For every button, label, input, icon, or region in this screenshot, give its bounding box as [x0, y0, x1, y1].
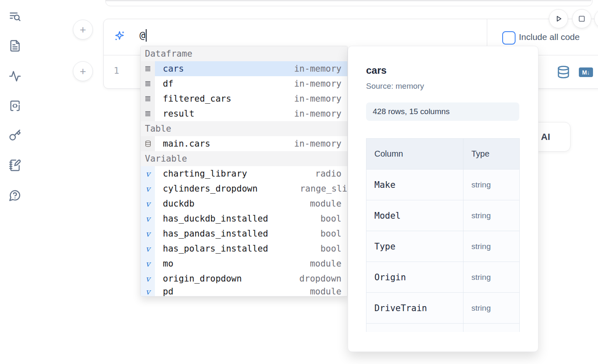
- item-name: filtered_cars: [155, 94, 231, 104]
- list-search-icon[interactable]: [9, 10, 21, 23]
- item-type: bool: [320, 229, 347, 239]
- item-type: in-memory: [294, 64, 347, 74]
- item-name: origin_dropdown: [155, 274, 242, 284]
- item-name: has_pandas_installed: [155, 229, 268, 239]
- completion-item-filtered-cars[interactable]: filtered_cars in-memory: [141, 91, 347, 106]
- rows-columns-badge: 428 rows, 15 columns: [366, 102, 519, 121]
- completion-item-result[interactable]: result in-memory: [141, 106, 347, 121]
- dataframe-icon: [141, 91, 155, 106]
- item-type: in-memory: [294, 94, 347, 104]
- item-name: has_polars_installed: [155, 244, 268, 254]
- item-name: df: [155, 79, 173, 89]
- stop-button[interactable]: [572, 9, 591, 28]
- variable-icon: v: [141, 256, 155, 271]
- type-header: Type: [463, 139, 520, 170]
- completion-item-duckdb[interactable]: v duckdb module: [141, 196, 347, 211]
- completion-item-cars[interactable]: cars in-memory: [141, 61, 347, 76]
- item-type: in-memory: [294, 79, 347, 89]
- column-name: [366, 324, 463, 332]
- variable-icon: v: [141, 271, 155, 286]
- markdown-icon[interactable]: M↓: [579, 67, 593, 77]
- activity-icon[interactable]: [9, 70, 21, 82]
- schema-row: Model string: [366, 200, 520, 231]
- completion-item-pd[interactable]: v pd module: [141, 286, 347, 297]
- item-type: bool: [320, 214, 347, 224]
- completion-item-has-duckdb-installed[interactable]: v has_duckdb_installed bool: [141, 211, 347, 226]
- add-cell-below-button[interactable]: +: [73, 61, 93, 81]
- completion-dropdown: Dataframe cars in-memory df in-memory: [140, 46, 348, 297]
- section-header-variable: Variable: [141, 151, 347, 166]
- variable-icon: v: [141, 196, 155, 211]
- dataframe-icon: [141, 76, 155, 91]
- column-name: Make: [366, 170, 463, 200]
- item-type: dropdown: [299, 274, 347, 284]
- include-all-code-label: Include all code: [519, 32, 580, 42]
- line-number: 1: [114, 65, 119, 76]
- schema-row: Make string: [366, 170, 520, 200]
- app: + + @ Include all code 1 M↓: [0, 0, 598, 364]
- column-name: Origin: [366, 262, 463, 293]
- column-header: Column: [366, 139, 463, 170]
- item-type: module: [310, 259, 347, 269]
- ai-prompt-input[interactable]: @: [140, 29, 147, 42]
- item-type: radio: [315, 169, 347, 179]
- variable-icon: v: [141, 286, 155, 297]
- schema-header-row: Column Type: [366, 139, 520, 170]
- schema-row-clipped: [366, 324, 520, 332]
- completion-item-has-polars-installed[interactable]: v has_polars_installed bool: [141, 241, 347, 256]
- popup-title: cars: [366, 65, 538, 76]
- schema-table: Column Type Make string Model string Typ…: [366, 138, 520, 332]
- variable-icon: v: [141, 166, 155, 181]
- column-name: DriveTrain: [366, 293, 463, 324]
- schema-row: Type string: [366, 231, 520, 262]
- text-cursor: [146, 29, 147, 42]
- dataframe-icon: [141, 61, 155, 76]
- column-type: [463, 324, 520, 332]
- completion-item-origin-dropdown[interactable]: v origin_dropdown dropdown: [141, 271, 347, 286]
- previous-cell-divider: [106, 0, 591, 1]
- item-type: module: [310, 199, 347, 209]
- completion-item-main-cars[interactable]: main.cars in-memory: [141, 136, 347, 151]
- file-text-icon[interactable]: [9, 40, 21, 52]
- section-header-table: Table: [141, 121, 347, 136]
- add-cell-above-button[interactable]: +: [73, 20, 93, 40]
- dataframe-icon: [141, 106, 155, 121]
- ai-card-label: AI: [541, 132, 550, 142]
- variable-icon: v: [141, 211, 155, 226]
- item-name: has_duckdb_installed: [155, 214, 268, 224]
- item-type: range_sli: [300, 184, 347, 194]
- snippets-code-icon[interactable]: [9, 100, 21, 112]
- column-name: Type: [366, 231, 463, 262]
- dataframe-detail-popup: cars Source: memory 428 rows, 15 columns…: [348, 46, 538, 352]
- item-name: pd: [155, 287, 173, 297]
- item-name: cars: [155, 64, 184, 74]
- completion-item-charting-library[interactable]: v charting_library radio: [141, 166, 347, 181]
- completion-item-has-pandas-installed[interactable]: v has_pandas_installed bool: [141, 226, 347, 241]
- column-type: string: [463, 170, 520, 200]
- completion-item-df[interactable]: df in-memory: [141, 76, 347, 91]
- variable-icon: v: [141, 241, 155, 256]
- column-name: Model: [366, 200, 463, 231]
- completion-item-cylinders-dropdown[interactable]: v cylinders_dropdown range_sli: [141, 181, 347, 196]
- item-type: bool: [320, 244, 347, 254]
- notebook-pen-icon[interactable]: [9, 159, 21, 172]
- schema-row: Origin string: [366, 262, 520, 293]
- include-all-code-checkbox[interactable]: [502, 31, 516, 45]
- item-name: charting_library: [155, 169, 247, 179]
- item-name: mo: [155, 259, 173, 269]
- item-type: in-memory: [294, 109, 347, 119]
- item-name: duckdb: [155, 199, 194, 209]
- help-bubble-icon[interactable]: [9, 189, 21, 202]
- column-type: string: [463, 231, 520, 262]
- database-icon: [141, 136, 155, 151]
- column-type: string: [463, 293, 520, 324]
- column-type: string: [463, 200, 520, 231]
- section-header-dataframe: Dataframe: [141, 46, 347, 61]
- key-icon[interactable]: [9, 129, 21, 142]
- item-type: module: [310, 287, 347, 297]
- popup-source: Source: memory: [366, 82, 538, 91]
- completion-item-mo[interactable]: v mo module: [141, 256, 347, 271]
- database-action-icon[interactable]: [557, 65, 570, 79]
- prompt-text: @: [140, 30, 145, 40]
- run-cell-button[interactable]: [549, 9, 568, 28]
